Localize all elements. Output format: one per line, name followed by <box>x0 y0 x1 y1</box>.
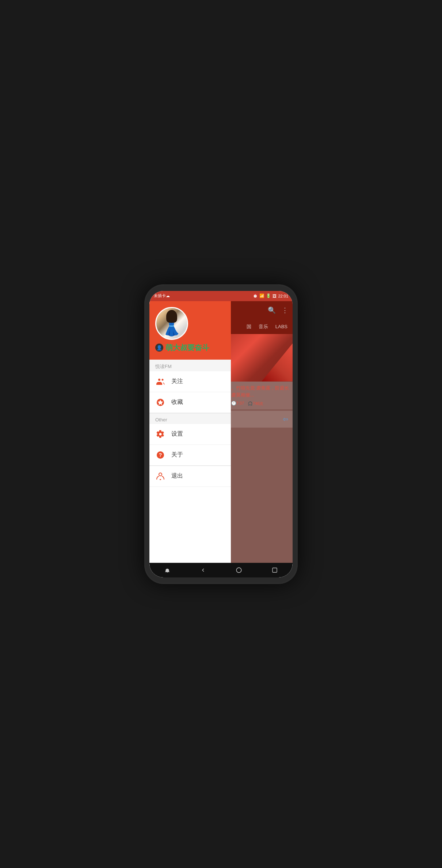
battery-icon: 🔋 <box>266 293 271 298</box>
svg-point-8 <box>236 568 241 573</box>
content-image <box>228 334 293 382</box>
logout-icon <box>155 471 165 481</box>
tab-guo[interactable]: 国 <box>244 322 254 331</box>
content-meta: 🕐7:37 🎧746次 <box>231 401 290 406</box>
status-bar-left: 未插卡☁ <box>154 293 170 299</box>
favorites-icon <box>155 397 165 408</box>
section-other-label: Other <box>149 413 231 424</box>
navigation-drawer: 👤 萌大叔要奋斗 悦读FM <box>149 301 231 563</box>
about-icon: ? <box>155 450 165 460</box>
time-display: 22:01 <box>278 294 288 298</box>
back-button[interactable] <box>198 565 209 576</box>
settings-label: 设置 <box>171 430 183 438</box>
tab-music[interactable]: 音乐 <box>256 322 270 331</box>
wifi-icon: 📶 <box>259 293 264 298</box>
search-icon[interactable]: 🔍 <box>268 306 276 314</box>
section-fm-label: 悦读FM <box>149 360 231 371</box>
follow-icon <box>155 376 165 387</box>
settings-icon <box>155 429 165 439</box>
right-panel-overlay: 🔍 ⋮ 国 音乐 LABS 。竹喧先觉 袭青露，阶庭长 袭莫相催... <box>228 301 293 563</box>
share-icon[interactable]: ⇦ <box>283 415 288 423</box>
right-content: 🔍 ⋮ 国 音乐 LABS 。竹喧先觉 袭青露，阶庭长 袭莫相催... <box>228 301 293 563</box>
home-button[interactable] <box>233 565 244 576</box>
follow-label: 关注 <box>171 378 183 385</box>
content-text: 。竹喧先觉 袭青露，阶庭长 袭莫相催... <box>231 384 290 399</box>
svg-rect-9 <box>273 568 277 572</box>
notification-nav-button[interactable] <box>162 565 173 576</box>
food-thumbnail <box>228 334 293 382</box>
right-tabs: 国 音乐 LABS <box>228 319 293 334</box>
bottom-navigation <box>149 563 293 577</box>
user-name-label[interactable]: 萌大叔要奋斗 <box>165 343 209 353</box>
svg-point-1 <box>162 379 164 380</box>
about-label: 关于 <box>171 451 183 459</box>
svg-text:?: ? <box>159 452 162 458</box>
recents-button[interactable] <box>269 565 280 576</box>
more-icon[interactable]: ⋮ <box>282 306 288 314</box>
menu-item-follow[interactable]: 关注 <box>149 371 231 392</box>
menu-item-logout[interactable]: 退出 <box>149 466 231 487</box>
status-bar: 未插卡☁ ⏰ 📶 🔋 🖼 22:01 <box>149 291 293 301</box>
drawer-header: 👤 萌大叔要奋斗 <box>149 301 231 360</box>
menu-item-favorites[interactable]: 收藏 <box>149 392 231 413</box>
image-icon: 🖼 <box>273 294 277 298</box>
phone-screen: 未插卡☁ ⏰ 📶 🔋 🖼 22:01 🔍 ⋮ 国 <box>149 291 293 577</box>
duration-display: 🕐7:37 <box>231 401 244 406</box>
menu-item-about[interactable]: ? 关于 <box>149 445 231 466</box>
alarm-icon: ⏰ <box>253 293 258 298</box>
svg-point-6 <box>159 473 162 476</box>
content-text-area: 。竹喧先觉 袭青露，阶庭长 袭莫相催... 🕐7:37 🎧746次 <box>228 382 293 409</box>
avatar-image <box>156 308 187 339</box>
menu-item-settings[interactable]: 设置 <box>149 424 231 445</box>
tab-labs[interactable]: LABS <box>273 322 290 331</box>
svg-point-0 <box>158 379 160 381</box>
user-account-icon: 👤 <box>155 344 163 352</box>
avatar[interactable] <box>155 307 188 340</box>
drawer-body: 悦读FM 关注 <box>149 360 231 563</box>
status-bar-right: ⏰ 📶 🔋 🖼 22:01 <box>253 293 288 298</box>
app-content: 🔍 ⋮ 国 音乐 LABS 。竹喧先觉 袭青露，阶庭长 袭莫相催... <box>149 301 293 563</box>
right-top-bar: 🔍 ⋮ <box>228 301 293 319</box>
plays-display: 🎧746次 <box>248 401 263 406</box>
user-name-row: 👤 萌大叔要奋斗 <box>155 343 209 353</box>
logout-label: 退出 <box>171 472 183 480</box>
favorites-label: 收藏 <box>171 398 183 406</box>
share-area: ⇦ <box>228 411 293 428</box>
phone-frame: 未插卡☁ ⏰ 📶 🔋 🖼 22:01 🔍 ⋮ 国 <box>144 284 298 584</box>
